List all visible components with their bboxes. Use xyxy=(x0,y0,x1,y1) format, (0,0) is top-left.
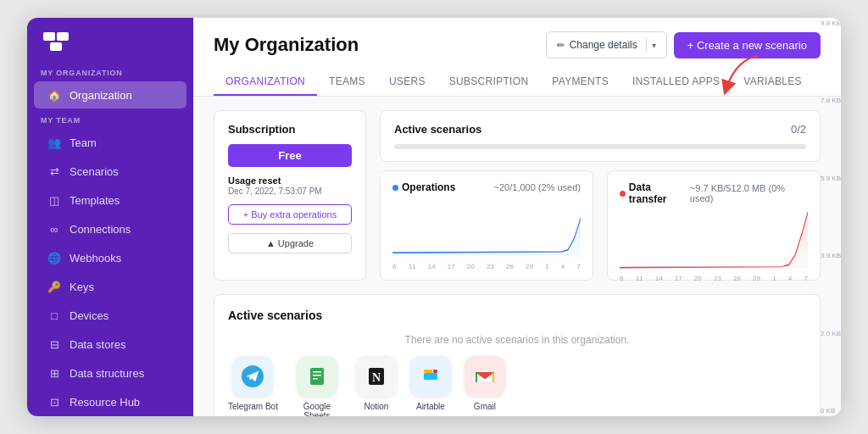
app-icon-airtable xyxy=(410,356,451,397)
sidebar-item-keys[interactable]: 🔑 Keys xyxy=(34,273,186,300)
active-scenarios-top-title: Active scenarios xyxy=(394,123,481,136)
metrics-row: Operations ~20/1,000 (2% used) xyxy=(380,170,821,281)
empty-scenarios-message: There are no active scenarios in this or… xyxy=(228,329,806,356)
scenarios-header: Active scenarios 0/2 xyxy=(394,123,806,136)
operations-chart-svg xyxy=(392,198,581,258)
sidebar-item-organization[interactable]: 🏠 Organization xyxy=(34,81,186,108)
buy-extra-operations-button[interactable]: + Buy extra operations xyxy=(228,204,352,225)
sidebar-item-data-stores[interactable]: ⊟ Data stores xyxy=(34,331,186,358)
home-icon: 🏠 xyxy=(47,88,61,102)
nav-tabs: ORGANIZATION TEAMS USERS SUBSCRIPTION PA… xyxy=(214,69,821,96)
create-scenario-label: + Create a new scenario xyxy=(687,39,807,52)
svg-rect-2 xyxy=(50,42,62,51)
share-icon: ⇄ xyxy=(47,164,61,178)
logo xyxy=(27,18,193,62)
tab-teams[interactable]: TEAMS xyxy=(317,69,377,96)
data-transfer-title: Data transfer xyxy=(620,181,690,205)
subscription-title: Subscription xyxy=(228,123,352,136)
page-title: My Organization xyxy=(214,34,359,56)
key-icon: 🔑 xyxy=(47,280,61,293)
active-scenarios-count: 0/2 xyxy=(791,123,806,136)
svg-rect-9 xyxy=(313,378,318,380)
app-label-sheets: Google Sheets xyxy=(292,402,342,416)
svg-rect-0 xyxy=(43,32,55,41)
create-scenario-button[interactable]: + Create a new scenario xyxy=(674,32,821,58)
app-icon-notion: N xyxy=(356,356,397,397)
datastore-icon: ⊟ xyxy=(47,337,61,351)
app-label-gmail: Gmail xyxy=(474,402,496,411)
sidebar-item-templates[interactable]: ◫ Templates xyxy=(34,186,186,214)
app-item-telegram[interactable]: Telegram Bot xyxy=(228,356,278,416)
sidebar-item-resource-hub[interactable]: ⊡ Resource Hub xyxy=(34,388,186,415)
app-item-gmail[interactable]: Gmail xyxy=(465,356,505,416)
header-actions: ✏ Change details ▾ + Create a new scenar… xyxy=(546,31,821,58)
sidebar-item-data-structures[interactable]: ⊞ Data structures xyxy=(34,359,186,387)
content-area: Subscription Free Usage reset Dec 7, 202… xyxy=(193,97,841,416)
sidebar-item-label: Data structures xyxy=(70,367,144,380)
main-header: My Organization ✏ Change details ▾ + Cre… xyxy=(193,18,841,97)
active-scenarios-bottom-title: Active scenarios xyxy=(228,309,806,322)
sidebar-item-label: Connections xyxy=(70,223,131,236)
subscription-card: Subscription Free Usage reset Dec 7, 202… xyxy=(214,110,366,281)
my-organization-label: MY ORGANIZATION xyxy=(27,62,193,81)
app-icon-sheets xyxy=(297,356,337,397)
button-divider xyxy=(646,38,647,52)
change-details-button[interactable]: ✏ Change details ▾ xyxy=(546,31,667,58)
operations-dot xyxy=(392,185,398,191)
plan-badge: Free xyxy=(228,144,352,167)
data-transfer-dot xyxy=(620,191,626,197)
template-icon: ◫ xyxy=(47,193,61,207)
svg-rect-6 xyxy=(310,368,324,385)
app-icon-telegram xyxy=(232,356,273,397)
usage-reset-label: Usage reset xyxy=(228,175,352,186)
operations-x-labels: 611141720232629147 xyxy=(392,263,581,270)
webhook-icon: 🌐 xyxy=(47,251,61,264)
tab-variables[interactable]: VARIABLES xyxy=(732,69,814,96)
sidebar-item-label: Team xyxy=(70,136,97,149)
tab-organization[interactable]: ORGANIZATION xyxy=(214,69,317,96)
top-row: Subscription Free Usage reset Dec 7, 202… xyxy=(214,110,821,281)
app-item-notion[interactable]: NNotion xyxy=(356,356,397,416)
app-item-airtable[interactable]: Airtable xyxy=(410,356,451,416)
data-transfer-card: Data transfer ~9.7 KB/512.0 MB (0% used) xyxy=(607,170,821,281)
sidebar-item-scenarios[interactable]: ⇄ Scenarios xyxy=(34,158,186,185)
sidebar-item-label: Data stores xyxy=(70,338,125,351)
sidebar: MY ORGANIZATION 🏠 Organization MY TEAM 👥… xyxy=(27,18,193,416)
device-icon: □ xyxy=(47,309,61,322)
tab-subscription[interactable]: SUBSCRIPTION xyxy=(437,69,541,96)
operations-title: Operations xyxy=(392,181,455,193)
app-label-airtable: Airtable xyxy=(416,402,445,411)
sidebar-item-webhooks[interactable]: 🌐 Webhooks xyxy=(34,244,186,271)
operations-card: Operations ~20/1,000 (2% used) xyxy=(380,170,593,281)
app-item-sheets[interactable]: Google Sheets xyxy=(292,356,342,416)
tab-users[interactable]: USERS xyxy=(377,69,437,96)
data-transfer-x-labels: 611141720232629147 xyxy=(620,275,808,282)
datastructure-icon: ⊞ xyxy=(47,366,61,380)
app-label-notion: Notion xyxy=(364,402,388,411)
edit-icon: ✏ xyxy=(557,40,565,51)
sidebar-item-team[interactable]: 👥 Team xyxy=(34,129,186,156)
sidebar-item-devices[interactable]: □ Devices xyxy=(34,302,186,329)
app-frame: MY ORGANIZATION 🏠 Organization MY TEAM 👥… xyxy=(27,18,841,416)
logo-svg xyxy=(43,32,69,51)
data-transfer-chart: 611141720232629147 xyxy=(620,210,808,270)
tab-installed-apps[interactable]: INSTALLED APPS xyxy=(620,69,732,96)
sidebar-item-label: Resource Hub xyxy=(70,396,140,409)
tab-payments[interactable]: PAYMENTS xyxy=(540,69,620,96)
data-transfer-chart-container: 611141720232629147 9.8 KB 7.8 KB 5.9 KB … xyxy=(620,210,808,270)
connections-icon: ∞ xyxy=(47,222,61,236)
sidebar-item-label: Organization xyxy=(70,89,132,102)
sidebar-item-connections[interactable]: ∞ Connections xyxy=(34,215,186,242)
sidebar-item-label: Devices xyxy=(70,309,108,322)
my-team-label: MY TEAM xyxy=(27,109,193,128)
change-details-label: Change details xyxy=(570,39,637,51)
upgrade-button[interactable]: ▲ Upgrade xyxy=(228,233,352,253)
chevron-down-icon: ▾ xyxy=(652,41,656,50)
svg-rect-7 xyxy=(313,371,321,373)
sidebar-item-label: Keys xyxy=(70,281,94,293)
data-transfer-header: Data transfer ~9.7 KB/512.0 MB (0% used) xyxy=(620,181,808,205)
sidebar-item-label: Webhooks xyxy=(70,252,121,264)
data-transfer-chart-svg xyxy=(620,210,808,270)
app-label-telegram: Telegram Bot xyxy=(228,402,278,411)
data-transfer-y-labels: 9.8 KB 7.8 KB 5.9 KB 3.9 KB 2.0 KB 0 KB xyxy=(821,97,841,416)
